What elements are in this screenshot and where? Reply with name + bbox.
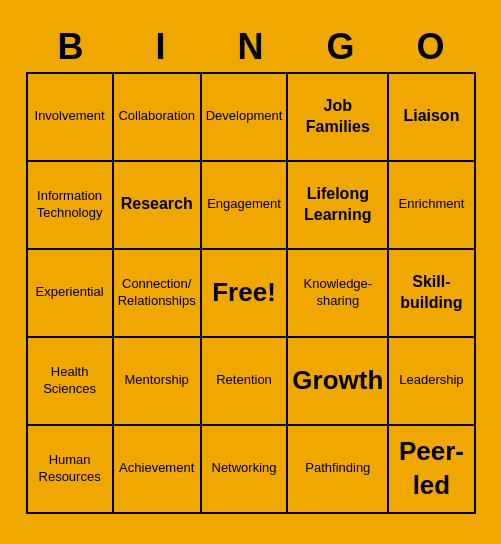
cell-text-r1-c1: Research: [121, 194, 193, 215]
cell-text-r2-c2: Free!: [212, 276, 276, 310]
cell-r2-c0: Experiential: [28, 250, 114, 338]
cell-r3-c2: Retention: [202, 338, 289, 426]
cell-text-r0-c4: Liaison: [403, 106, 459, 127]
cell-r0-c1: Collaboration: [114, 74, 202, 162]
cell-text-r1-c0: Information Technology: [32, 188, 108, 222]
cell-r4-c3: Pathfinding: [288, 426, 389, 514]
cell-r0-c2: Development: [202, 74, 289, 162]
cell-text-r2-c3: Knowledge-sharing: [292, 276, 383, 310]
header-letter-B: B: [28, 26, 114, 68]
cell-r1-c3: Lifelong Learning: [288, 162, 389, 250]
bingo-header: BINGO: [26, 26, 476, 68]
cell-text-r1-c4: Enrichment: [399, 196, 465, 213]
cell-text-r3-c4: Leadership: [399, 372, 463, 389]
cell-text-r4-c1: Achievement: [119, 460, 194, 477]
header-letter-G: G: [298, 26, 384, 68]
header-letter-N: N: [208, 26, 294, 68]
cell-r0-c3: Job Families: [288, 74, 389, 162]
cell-r2-c2: Free!: [202, 250, 289, 338]
cell-r3-c0: Health Sciences: [28, 338, 114, 426]
cell-r1-c0: Information Technology: [28, 162, 114, 250]
cell-text-r0-c3: Job Families: [292, 96, 383, 138]
cell-text-r3-c1: Mentorship: [125, 372, 189, 389]
cell-text-r3-c2: Retention: [216, 372, 272, 389]
cell-text-r1-c3: Lifelong Learning: [292, 184, 383, 226]
cell-r4-c0: Human Resources: [28, 426, 114, 514]
cell-text-r1-c2: Engagement: [207, 196, 281, 213]
cell-r2-c1: Connection/ Relationships: [114, 250, 202, 338]
cell-r1-c2: Engagement: [202, 162, 289, 250]
cell-r1-c1: Research: [114, 162, 202, 250]
cell-r2-c4: Skill-building: [389, 250, 475, 338]
cell-r3-c3: Growth: [288, 338, 389, 426]
cell-text-r2-c0: Experiential: [36, 284, 104, 301]
cell-text-r4-c2: Networking: [212, 460, 277, 477]
cell-r4-c4: Peer-led: [389, 426, 475, 514]
bingo-card: BINGO InvolvementCollaborationDevelopmen…: [11, 16, 491, 529]
header-letter-O: O: [388, 26, 474, 68]
cell-text-r3-c0: Health Sciences: [32, 364, 108, 398]
cell-r4-c2: Networking: [202, 426, 289, 514]
cell-text-r2-c1: Connection/ Relationships: [118, 276, 196, 310]
cell-text-r4-c0: Human Resources: [32, 452, 108, 486]
cell-r3-c1: Mentorship: [114, 338, 202, 426]
cell-r1-c4: Enrichment: [389, 162, 475, 250]
cell-text-r3-c3: Growth: [292, 364, 383, 398]
cell-text-r0-c1: Collaboration: [118, 108, 195, 125]
cell-r2-c3: Knowledge-sharing: [288, 250, 389, 338]
cell-text-r4-c3: Pathfinding: [305, 460, 370, 477]
cell-r4-c1: Achievement: [114, 426, 202, 514]
cell-text-r2-c4: Skill-building: [393, 272, 469, 314]
cell-r3-c4: Leadership: [389, 338, 475, 426]
cell-text-r0-c2: Development: [206, 108, 283, 125]
header-letter-I: I: [118, 26, 204, 68]
cell-text-r4-c4: Peer-led: [393, 435, 469, 503]
bingo-grid: InvolvementCollaborationDevelopmentJob F…: [26, 72, 476, 514]
cell-r0-c4: Liaison: [389, 74, 475, 162]
cell-text-r0-c0: Involvement: [35, 108, 105, 125]
cell-r0-c0: Involvement: [28, 74, 114, 162]
